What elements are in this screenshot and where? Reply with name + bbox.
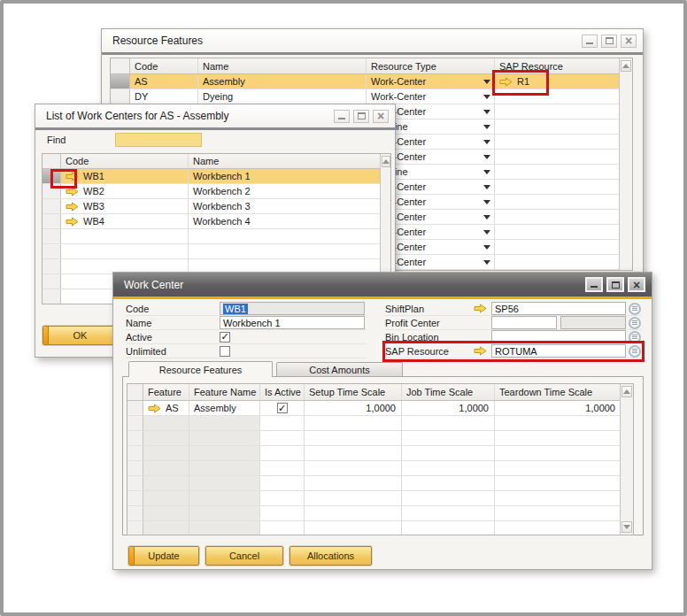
choose-from-list-icon[interactable] xyxy=(629,317,641,329)
table-header: Code Name Resource Type SAP Resource xyxy=(111,58,632,74)
bin-location-field[interactable] xyxy=(491,330,626,343)
table-row[interactable]: AS Assembly Work-Center R1 xyxy=(111,74,632,89)
scroll-up-icon[interactable] xyxy=(382,156,390,167)
dropdown-icon[interactable] xyxy=(483,95,490,99)
code-label: Code xyxy=(126,304,220,314)
dropdown-icon[interactable] xyxy=(483,125,490,129)
table-row-empty[interactable] xyxy=(127,521,633,535)
cancel-button[interactable]: Cancel xyxy=(205,546,283,566)
active-row: Active ✓ xyxy=(126,330,367,344)
table-row-empty[interactable] xyxy=(127,446,633,461)
name-field[interactable]: Workbench 1 xyxy=(220,316,365,329)
col-is-active[interactable]: Is Active xyxy=(260,384,305,400)
col-resource-type[interactable]: Resource Type xyxy=(367,58,495,73)
col-feature-name[interactable]: Feature Name xyxy=(189,384,260,400)
link-arrow-icon[interactable] xyxy=(499,77,513,87)
minimize-icon[interactable] xyxy=(585,277,603,292)
active-label: Active xyxy=(126,332,220,343)
dropdown-icon[interactable] xyxy=(483,170,490,174)
profit-center-field-2[interactable] xyxy=(560,316,626,329)
choose-from-list-icon[interactable] xyxy=(629,345,641,358)
is-active-checkbox[interactable]: ✓ xyxy=(277,403,288,413)
dropdown-icon[interactable] xyxy=(483,185,490,189)
col-job-time-scale[interactable]: Job Time Scale xyxy=(402,384,495,400)
col-name[interactable]: Name xyxy=(198,58,367,73)
dropdown-icon[interactable] xyxy=(483,230,490,235)
table-row[interactable]: WB1 Workbench 1 xyxy=(42,169,390,184)
code-field[interactable]: WB1 xyxy=(220,302,365,315)
maximize-icon[interactable] xyxy=(606,277,624,292)
col-feature[interactable]: Feature xyxy=(143,384,189,400)
table-row-empty[interactable] xyxy=(127,416,633,431)
dropdown-icon[interactable] xyxy=(483,215,490,219)
tab-cost-amounts[interactable]: Cost Amounts xyxy=(276,362,403,377)
scroll-up-icon[interactable] xyxy=(621,60,631,72)
col-name[interactable]: Name xyxy=(189,154,382,168)
work-center-list-titlebar[interactable]: List of Work Centers for AS - Assembly × xyxy=(35,104,395,127)
find-input[interactable] xyxy=(115,133,202,147)
tab-resource-features[interactable]: Resource Features xyxy=(128,361,273,377)
vertical-scrollbar[interactable] xyxy=(620,384,633,535)
choose-from-list-icon[interactable] xyxy=(629,331,641,343)
screenshot-frame: Resource Features × Code Name Resource T… xyxy=(0,0,687,616)
sap-resource-field[interactable]: ROTUMA xyxy=(491,344,626,358)
table-row[interactable]: WB4 Workbench 4 xyxy=(42,214,390,229)
shiftplan-field[interactable]: SP56 xyxy=(491,302,626,315)
update-button[interactable]: Update xyxy=(128,546,199,566)
col-sap-resource[interactable]: SAP Resource xyxy=(495,58,621,73)
link-arrow-icon[interactable] xyxy=(148,404,161,413)
table-row-empty[interactable] xyxy=(127,506,633,521)
table-row-empty[interactable] xyxy=(127,476,633,491)
dropdown-icon[interactable] xyxy=(483,80,490,84)
minimize-icon[interactable] xyxy=(334,110,350,123)
row-selector[interactable] xyxy=(127,401,143,415)
col-code[interactable]: Code xyxy=(130,58,198,73)
close-icon[interactable]: × xyxy=(373,110,389,123)
vertical-scrollbar[interactable] xyxy=(619,58,632,270)
ok-button[interactable]: OK xyxy=(42,326,118,345)
dropdown-icon[interactable] xyxy=(483,140,490,144)
col-setup-time-scale[interactable]: Setup Time Scale xyxy=(305,384,402,400)
link-arrow-icon[interactable] xyxy=(66,172,79,181)
sap-resource-row: SAP Resource ROTUMA xyxy=(385,344,642,358)
close-icon[interactable]: × xyxy=(628,277,645,292)
choose-from-list-icon[interactable] xyxy=(629,303,641,315)
name-row: Name Workbench 1 xyxy=(126,316,367,330)
table-row[interactable]: WB2 Workbench 2 xyxy=(42,184,390,199)
col-teardown-time-scale[interactable]: Teardown Time Scale xyxy=(495,384,621,400)
table-header: Code Name xyxy=(42,154,390,169)
link-arrow-icon[interactable] xyxy=(66,202,79,212)
minimize-icon[interactable] xyxy=(582,35,598,48)
table-row[interactable]: DY Dyeing Work-Center xyxy=(111,89,632,104)
maximize-icon[interactable] xyxy=(353,110,369,123)
table-row-empty[interactable] xyxy=(42,229,390,244)
col-code[interactable]: Code xyxy=(61,154,189,168)
table-row-empty[interactable] xyxy=(42,244,390,259)
scroll-down-icon[interactable] xyxy=(621,521,632,533)
unlimited-checkbox[interactable] xyxy=(220,346,230,357)
scroll-up-icon[interactable] xyxy=(621,386,632,397)
dropdown-icon[interactable] xyxy=(483,200,490,204)
row-selector[interactable] xyxy=(111,74,130,89)
table-row[interactable]: AS Assembly ✓ 1,0000 1,0000 1,0000 xyxy=(127,401,633,416)
allocations-button[interactable]: Allocations xyxy=(289,546,372,566)
link-arrow-icon[interactable] xyxy=(474,346,487,356)
row-selector[interactable] xyxy=(42,169,61,183)
link-arrow-icon[interactable] xyxy=(66,187,79,196)
close-icon[interactable]: × xyxy=(621,35,637,48)
maximize-icon[interactable] xyxy=(601,35,617,48)
table-row[interactable]: WB3 Workbench 3 xyxy=(42,199,390,214)
link-arrow-icon[interactable] xyxy=(66,217,79,227)
table-row-empty[interactable] xyxy=(127,431,633,446)
active-checkbox[interactable]: ✓ xyxy=(220,332,230,343)
dropdown-icon[interactable] xyxy=(483,155,490,159)
link-arrow-icon[interactable] xyxy=(474,304,487,313)
profit-center-field[interactable] xyxy=(491,316,557,329)
resource-features-titlebar[interactable]: Resource Features × xyxy=(102,29,643,52)
table-row-empty[interactable] xyxy=(127,461,633,476)
work-center-titlebar[interactable]: Work Center × xyxy=(113,273,652,296)
table-row-empty[interactable] xyxy=(127,491,633,506)
dropdown-icon[interactable] xyxy=(483,110,490,114)
dropdown-icon[interactable] xyxy=(483,260,490,265)
dropdown-icon[interactable] xyxy=(483,245,490,250)
